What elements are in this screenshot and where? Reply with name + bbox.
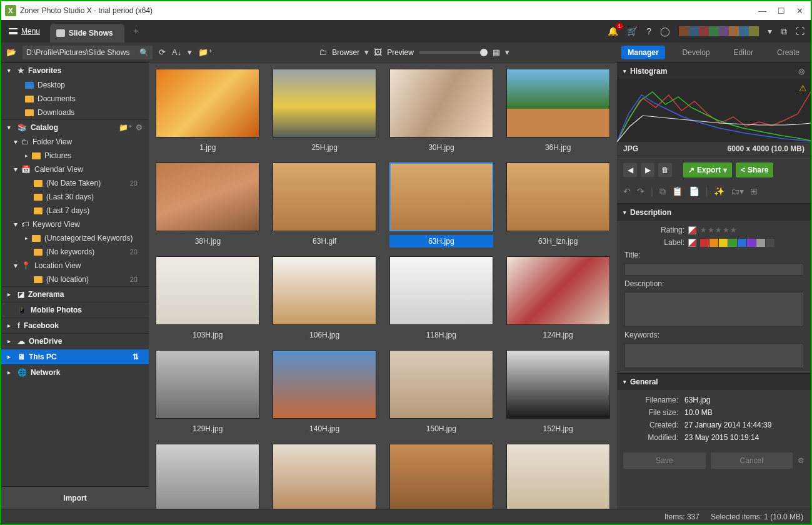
label-swatches[interactable] — [700, 239, 774, 247]
grid-drop-icon[interactable]: ▾ — [505, 48, 509, 57]
thumbnail-size-slider[interactable] — [419, 51, 488, 54]
description-input[interactable] — [624, 292, 803, 327]
sidebar-sub-item[interactable]: (Last 30 days) — [1, 190, 149, 204]
path-input[interactable]: D:\Profile\Pictures\Slide Shows 🔍 — [23, 46, 153, 59]
user-icon[interactable]: ◯ — [660, 26, 670, 36]
magic-icon[interactable]: ✨ — [714, 186, 724, 197]
catalog-add-icon[interactable]: 📁⁺ — [119, 123, 132, 132]
thumbnail[interactable] — [503, 444, 613, 509]
sidebar-sub-item[interactable]: (No Date Taken)20 — [1, 176, 149, 190]
thumbnail[interactable]: 38H.jpg — [153, 162, 263, 248]
save-button[interactable]: Save — [623, 452, 706, 469]
thumbnail[interactable]: 63H_lzn.jpg — [503, 162, 613, 248]
thumbnail[interactable]: 140H.jpg — [269, 350, 380, 435]
sort-drop-icon[interactable]: ▾ — [188, 48, 192, 57]
up-folder-icon[interactable]: 📂 — [6, 48, 16, 57]
tab-slide-shows[interactable]: Slide Shows — [50, 24, 124, 42]
cart-icon[interactable]: 🛒 — [627, 26, 638, 36]
sidebar-sub-item[interactable]: (No keywords)20 — [1, 245, 149, 259]
paste-icon[interactable]: 📋 — [672, 186, 683, 197]
sidebar-location-view[interactable]: ▾📍Location View — [1, 259, 149, 272]
thumbnail[interactable]: 150H.jpg — [386, 350, 497, 435]
mode-editor[interactable]: Editor — [728, 46, 759, 59]
rating-clear-icon[interactable] — [688, 226, 696, 234]
import-button[interactable]: Import — [1, 486, 149, 509]
external-window-icon[interactable]: ⧉ — [781, 26, 787, 37]
sidebar-fav-item[interactable]: Desktop — [1, 78, 149, 92]
sidebar-root-this-pc[interactable]: ▸🖥This PC⇅ — [1, 349, 149, 364]
thumbnail[interactable] — [269, 444, 380, 509]
refresh-icon[interactable]: ⟳ — [159, 48, 166, 57]
sidebar-keyword-view[interactable]: ▾🏷Keyword View — [1, 218, 149, 231]
new-folder-icon[interactable]: 📁⁺ — [198, 48, 213, 57]
new-tab-button[interactable]: + — [133, 26, 139, 37]
sidebar-favorites-head[interactable]: ▾★ Favorites — [1, 62, 149, 78]
description-head[interactable]: ▾Description — [617, 204, 811, 221]
title-input[interactable] — [624, 263, 803, 276]
thumbnail[interactable]: 118H.jpg — [386, 256, 497, 341]
mode-manager[interactable]: Manager — [621, 46, 664, 59]
sort-icon[interactable]: A↓ — [172, 48, 181, 57]
thumbnail[interactable]: 152H.jpg — [503, 350, 613, 435]
search-icon[interactable]: 🔍 — [139, 48, 149, 57]
preview-label[interactable]: Preview — [387, 48, 414, 57]
catalog-settings-icon[interactable]: ⚙ — [136, 123, 143, 132]
thumbnail[interactable]: 63H.jpg — [386, 162, 497, 248]
sidebar-root-onedrive[interactable]: ▸☁OneDrive — [1, 333, 149, 349]
sidebar-root-mobile-photos[interactable]: ▸📱Mobile Photos — [1, 302, 149, 318]
sidebar-pictures[interactable]: ▸Pictures — [1, 149, 149, 162]
sidebar-root-network[interactable]: ▸🌐Network — [1, 364, 149, 380]
rating-stars[interactable]: ★★★★★ — [700, 226, 738, 234]
thumbnail[interactable]: 124H.jpg — [503, 256, 613, 341]
thumbnail[interactable]: 129H.jpg — [153, 350, 263, 435]
clipboard-icon[interactable]: 📄 — [689, 186, 699, 197]
delete-button[interactable]: 🗑 — [658, 163, 672, 177]
thumbnail[interactable]: 25H.jpg — [269, 69, 380, 154]
thumbnail[interactable] — [153, 444, 263, 509]
maximize-button[interactable]: ☐ — [778, 6, 785, 16]
sidebar-calendar-view[interactable]: ▾📅Calendar View — [1, 162, 149, 176]
grid-view-icon[interactable]: ▦ — [493, 48, 500, 57]
browser-label[interactable]: Browser — [332, 48, 359, 57]
sidebar-folder-view[interactable]: ▾🗀Folder View — [1, 135, 149, 149]
cancel-button[interactable]: Cancel — [711, 452, 793, 469]
export-button[interactable]: ↗Export▾ — [683, 162, 732, 178]
label-clear-icon[interactable] — [688, 239, 696, 247]
sidebar-sub-item[interactable]: ▸(Uncategorized Keywords) — [1, 231, 149, 245]
mode-create[interactable]: Create — [771, 46, 806, 59]
sidebar-fav-item[interactable]: Downloads — [1, 106, 149, 119]
sidebar-sub-item[interactable]: (No location)20 — [1, 272, 149, 286]
histogram-target-icon[interactable]: ◎ — [798, 67, 804, 76]
dropdown-icon[interactable]: ▾ — [768, 26, 772, 36]
fullscreen-icon[interactable]: ⛶ — [796, 26, 804, 36]
rotate-right-icon[interactable]: ↷ — [637, 186, 644, 197]
help-icon[interactable]: ? — [646, 26, 651, 36]
thumbnail[interactable]: 106H.jpg — [269, 256, 380, 341]
histogram-head[interactable]: ▾Histogram◎ — [617, 62, 811, 79]
keywords-input[interactable] — [624, 343, 803, 368]
thumbnail[interactable]: 63H.gif — [269, 162, 380, 248]
thumbnail[interactable]: 1.jpg — [153, 69, 263, 154]
metadata-settings-icon[interactable]: ⚙ — [798, 456, 804, 465]
notifications-icon[interactable]: 🔔1 — [608, 26, 618, 36]
sidebar-sub-item[interactable]: (Last 7 days) — [1, 204, 149, 218]
sidebar-catalog-head[interactable]: ▾📚 Catalog 📁⁺⚙ — [1, 119, 149, 135]
thumbnail[interactable]: 36H.jpg — [503, 69, 613, 154]
sidebar-fav-item[interactable]: Documents — [1, 92, 149, 106]
thumbnail-browser[interactable]: 1.jpg25H.jpg30H.jpg36H.jpg38H.jpg63H.gif… — [149, 62, 617, 509]
copy-icon[interactable]: ⧉ — [659, 186, 666, 197]
next-button[interactable]: ▶ — [641, 163, 654, 177]
sidebar-root-zonerama[interactable]: ▸◪Zonerama — [1, 286, 149, 302]
thumbnail[interactable]: 30H.jpg — [386, 69, 497, 154]
thumbnail[interactable] — [386, 444, 497, 509]
general-head[interactable]: ▾General — [617, 373, 811, 390]
menu-button[interactable]: Menu — [1, 20, 48, 42]
mode-develop[interactable]: Develop — [676, 46, 716, 59]
tag-add-icon[interactable]: ⊞ — [750, 186, 758, 197]
minimize-button[interactable]: — — [758, 6, 766, 16]
browser-drop-icon[interactable]: ▾ — [364, 48, 369, 57]
prev-button[interactable]: ◀ — [623, 163, 637, 177]
close-button[interactable]: ✕ — [796, 6, 803, 16]
share-button[interactable]: <Share — [736, 162, 773, 178]
thumbnail[interactable]: 103H.jpg — [153, 256, 263, 341]
